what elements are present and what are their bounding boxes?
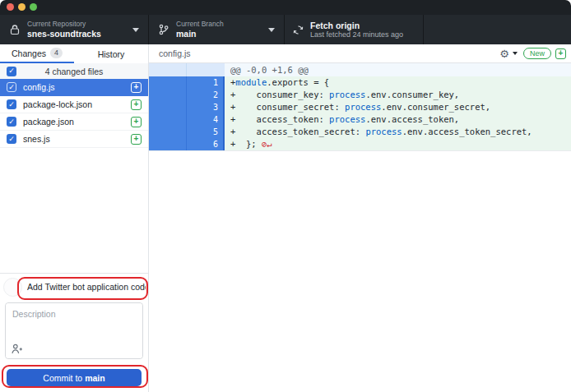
branch-name: main (176, 29, 224, 39)
diff-line-code: + }; ⊘↵ (225, 138, 571, 150)
fetch-text: Fetch origin Last fetched 24 minutes ago (310, 21, 403, 39)
git-branch-icon (157, 24, 170, 35)
status-added-icon: + (131, 117, 142, 127)
diff-line-1: 1+module.exports = { (149, 76, 571, 89)
file-name: package-lock.json (23, 99, 131, 109)
diff-actions: ⚙ New + (499, 48, 566, 59)
diff-line-code: +module.exports = { (225, 76, 571, 89)
diff-line-3: 3+ consumer_secret: process.env.consumer… (149, 101, 571, 113)
commit-button-branch: main (85, 373, 105, 383)
new-line-number-gutter[interactable]: 4 (187, 113, 225, 126)
close-button[interactable] (7, 3, 14, 11)
fetch-detail: Last fetched 24 minutes ago (310, 30, 403, 39)
check-icon: ✓ (8, 136, 15, 143)
file-row-package.json[interactable]: ✓package.json+ (0, 113, 148, 131)
diff-line-2: 2+ consumer_key: process.env.consumer_ke… (149, 89, 571, 101)
diff-line-4: 4+ access_token: process.env.access_toke… (149, 113, 571, 126)
minimize-button[interactable] (18, 3, 26, 11)
chevron-down-icon (513, 52, 518, 55)
github-desktop-window: Current Repository snes-soundtracks Curr… (0, 0, 571, 392)
repository-switcher[interactable]: Current Repository snes-soundtracks (0, 15, 149, 44)
branch-label: Current Branch (176, 21, 224, 29)
toolbar: Current Repository snes-soundtracks Curr… (0, 15, 571, 44)
repository-label: Current Repository (27, 21, 101, 29)
titlebar (0, 0, 571, 15)
new-line-number-gutter[interactable] (187, 63, 225, 76)
fetch-label: Fetch origin (310, 21, 403, 30)
branch-text: Current Branch main (176, 21, 224, 39)
status-added-icon: + (131, 82, 142, 93)
file-row-config.js[interactable]: ✓config.js+ (0, 79, 148, 96)
status-added-icon: + (131, 134, 142, 145)
file-name: snes.js (23, 134, 131, 144)
tab-changes[interactable]: Changes 4 (0, 44, 74, 63)
tab-history-label: History (98, 49, 125, 59)
file-row-package-lock.json[interactable]: ✓package-lock.json+ (0, 96, 148, 113)
diff-pane: config.js ⚙ New + @@ -0,0 +1,6 @@ 1+modu… (149, 44, 571, 392)
file-name: package.json (23, 117, 131, 127)
check-icon: ✓ (8, 101, 15, 108)
tab-history[interactable]: History (74, 44, 148, 63)
commit-button[interactable]: Commit to main (7, 369, 142, 386)
tabbar: Changes 4 History (0, 44, 148, 64)
commit-form: Commit to main (0, 273, 148, 392)
diff-lines: 1+module.exports = {2+ consumer_key: pro… (149, 76, 571, 151)
tab-changes-label: Changes (12, 48, 46, 58)
old-line-number-gutter[interactable] (149, 101, 187, 113)
select-all-row: ✓ 4 changed files (0, 63, 148, 80)
commit-summary-input[interactable] (26, 279, 147, 295)
status-added-icon: + (555, 48, 566, 59)
check-icon: ✓ (8, 118, 15, 126)
new-line-number-gutter[interactable]: 2 (187, 89, 225, 101)
check-icon: ✓ (8, 84, 15, 91)
file-checkbox[interactable]: ✓ (7, 134, 16, 144)
chevron-down-icon (132, 28, 139, 32)
file-checkbox[interactable]: ✓ (7, 82, 16, 92)
changes-count-badge: 4 (50, 48, 63, 58)
diff-line-code: + consumer_secret: process.env.consumer_… (225, 101, 571, 113)
file-checkbox[interactable]: ✓ (7, 117, 16, 127)
diff-line-code: + access_token: process.env.access_token… (225, 113, 571, 126)
diff-line-code: + access_token_secret: process.env.acces… (225, 126, 571, 138)
new-line-number-gutter[interactable]: 3 (187, 101, 225, 113)
gear-icon[interactable]: ⚙ (499, 48, 509, 59)
fetch-origin-button[interactable]: Fetch origin Last fetched 24 minutes ago (285, 15, 424, 44)
new-file-badge: New (523, 48, 551, 59)
repository-text: Current Repository snes-soundtracks (27, 21, 101, 39)
lock-icon (8, 24, 21, 35)
new-line-number-gutter[interactable]: 1 (187, 76, 225, 89)
zoom-button[interactable] (30, 3, 37, 11)
diff-header: config.js ⚙ New + (149, 44, 571, 63)
old-line-number-gutter[interactable] (149, 138, 187, 150)
diff-line-5: 5+ access_token_secret: process.env.acce… (149, 126, 571, 138)
changed-file-list: ✓config.js+✓package-lock.json+✓package.j… (0, 79, 148, 148)
branch-switcher[interactable]: Current Branch main (149, 15, 285, 44)
old-line-number-gutter[interactable] (149, 113, 187, 126)
commit-description-box (5, 302, 143, 359)
diff-line-6: 6+ }; ⊘↵ (149, 138, 571, 150)
new-line-number-gutter[interactable]: 5 (187, 126, 225, 138)
repository-name: snes-soundtracks (27, 29, 101, 39)
select-all-checkbox[interactable]: ✓ (7, 67, 16, 76)
file-checkbox[interactable]: ✓ (7, 99, 16, 109)
new-line-number-gutter[interactable]: 6 (187, 138, 225, 150)
diff-filename: config.js (159, 48, 499, 58)
file-name: config.js (23, 82, 131, 92)
avatar (3, 278, 22, 297)
sidebar: Changes 4 History ✓ 4 changed files ✓con… (0, 44, 149, 392)
diff-body: @@ -0,0 +1,6 @@ 1+module.exports = {2+ c… (149, 63, 571, 151)
commit-button-prefix: Commit to (43, 373, 82, 383)
file-row-snes.js[interactable]: ✓snes.js+ (0, 131, 148, 148)
check-icon: ✓ (8, 67, 15, 75)
old-line-number-gutter[interactable] (149, 76, 187, 89)
hunk-header-row: @@ -0,0 +1,6 @@ (149, 63, 571, 76)
chevron-down-icon (268, 28, 275, 32)
sync-icon (291, 25, 304, 35)
old-line-number-gutter[interactable] (149, 89, 187, 101)
old-line-number-gutter[interactable] (149, 126, 187, 138)
commit-description-textarea[interactable] (6, 303, 142, 358)
old-line-number-gutter[interactable] (149, 63, 187, 76)
add-coauthor-icon[interactable] (12, 344, 23, 354)
diff-line-code: + consumer_key: process.env.consumer_key… (225, 89, 571, 101)
changed-files-summary: 4 changed files (16, 67, 148, 76)
